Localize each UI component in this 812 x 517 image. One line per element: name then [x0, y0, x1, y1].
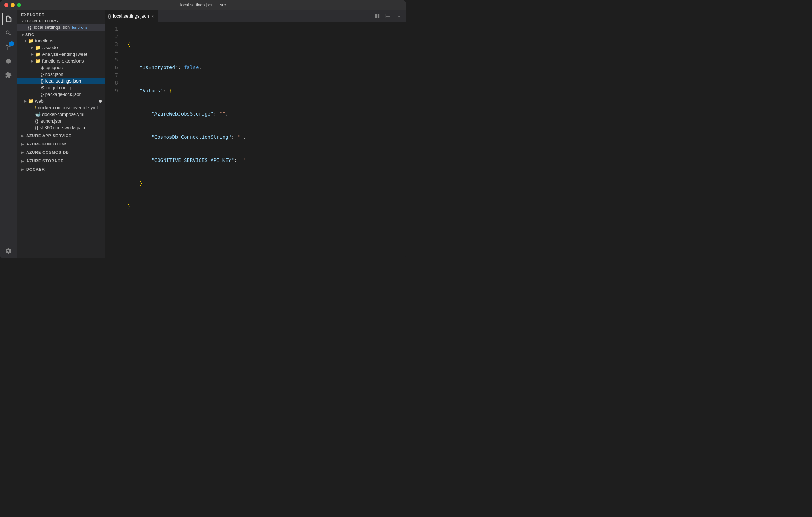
code-editor[interactable]: 1 2 3 4 5 6 7 8 9 { "IsEncrypted": false… [105, 22, 406, 258]
split-editor-button[interactable] [372, 11, 382, 21]
open-editors-label: OPEN EDITORS [25, 19, 58, 23]
explorer-title: EXPLORER [17, 10, 105, 18]
maximize-button[interactable] [17, 3, 21, 7]
open-editors-header[interactable]: ▾ OPEN EDITORS [17, 18, 105, 24]
azure-storage-arrow: ▶ [21, 159, 24, 163]
open-editors-arrow: ▾ [20, 19, 25, 23]
files-icon[interactable] [2, 13, 15, 25]
docker-compose-file[interactable]: 🐋 docker-compose.yml [17, 111, 105, 118]
titlebar: local.settings.json — src [0, 0, 406, 10]
package-lock-file[interactable]: {} package-lock.json [17, 91, 105, 98]
docker-icon: 🐋 [35, 112, 41, 117]
settings-icon[interactable] [2, 246, 15, 258]
azure-functions-header[interactable]: ▶ AZURE FUNCTIONS [17, 140, 105, 148]
host-json-file[interactable]: {} host.json [17, 71, 105, 78]
launch-json-file[interactable]: {} launch.json [17, 118, 105, 124]
file-name: .gitignore [46, 65, 64, 70]
docker-header[interactable]: ▶ DOCKER [17, 165, 105, 174]
json-file-icon: {} [35, 118, 38, 124]
json-icon: {} [28, 25, 31, 30]
nuget-config-file[interactable]: ⚙ nuget.config [17, 84, 105, 91]
workspace-file[interactable]: {} sh360.code-workspace [17, 124, 105, 131]
folder-name: functions-extensions [42, 58, 84, 64]
folder-name: web [35, 98, 44, 104]
open-editor-filename: local.settings.json [34, 25, 70, 30]
azure-functions-label: AZURE FUNCTIONS [26, 142, 68, 146]
azure-cosmos-db-label: AZURE COSMOS DB [26, 150, 69, 155]
file-name: local.settings.json [45, 78, 81, 84]
open-editors-section: ▾ OPEN EDITORS {} local.settings.json fu… [17, 18, 105, 31]
tab-json-icon: {} [108, 14, 111, 19]
editor-tabs: {} local.settings.json × ··· [105, 10, 406, 22]
azure-functions-arrow: ▶ [21, 142, 24, 146]
src-label: SRC [25, 33, 34, 37]
minimize-button[interactable] [11, 3, 15, 7]
folder-icon: 📁 [28, 38, 34, 44]
close-button[interactable] [4, 3, 8, 7]
git-icon: ◈ [41, 65, 44, 70]
tab-close-button[interactable]: × [151, 13, 154, 19]
toggle-panel-button[interactable] [383, 11, 393, 21]
source-control-badge: 9 [9, 41, 14, 46]
file-name: docker-compose.override.yml [38, 105, 98, 110]
file-name: sh360.code-workspace [40, 125, 87, 130]
editor-area: {} local.settings.json × ··· 1 2 [105, 10, 406, 258]
docker-arrow: ▶ [21, 168, 24, 171]
json-file-icon: {} [41, 78, 44, 84]
folder-name: AnalyzePendingTweet [42, 52, 87, 57]
docker-compose-override-file[interactable]: ! docker-compose.override.yml [17, 104, 105, 111]
azure-app-service-arrow: ▶ [21, 134, 24, 138]
open-editor-item-local-settings[interactable]: {} local.settings.json functions [17, 24, 105, 31]
azure-cosmos-db-header[interactable]: ▶ AZURE COSMOS DB [17, 148, 105, 157]
folder-icon: 📁 [35, 45, 41, 50]
debug-icon[interactable] [2, 55, 15, 67]
workspace-icon: {} [35, 125, 38, 130]
azure-sections: ▶ AZURE APP SERVICE ▶ AZURE FUNCTIONS ▶ … [17, 131, 105, 258]
docker-label: DOCKER [26, 167, 45, 171]
source-control-icon[interactable]: 9 [2, 41, 15, 53]
folder-icon: 📁 [28, 98, 34, 104]
file-name: docker-compose.yml [42, 112, 84, 117]
src-header[interactable]: ▾ SRC [17, 32, 105, 38]
azure-app-service-header[interactable]: ▶ AZURE APP SERVICE [17, 131, 105, 140]
code-content[interactable]: { "IsEncrypted": false, "Values": { "Azu… [122, 22, 406, 258]
window-title: local.settings.json — src [180, 2, 226, 7]
src-section: ▾ SRC ▾ 📁 functions ▶ 📁 .vscode ▶ 📁 Anal… [17, 31, 105, 131]
analyze-folder[interactable]: ▶ 📁 AnalyzePendingTweet [17, 51, 105, 58]
window-controls [4, 3, 21, 7]
warn-icon: ! [35, 105, 36, 110]
file-name: launch.json [40, 118, 63, 124]
sidebar: EXPLORER ▾ OPEN EDITORS {} local.setting… [17, 10, 105, 258]
tab-filename: local.settings.json [113, 13, 149, 19]
json-file-icon: {} [41, 92, 44, 97]
file-name: host.json [45, 72, 64, 77]
azure-storage-header[interactable]: ▶ AZURE STORAGE [17, 157, 105, 165]
line-numbers: 1 2 3 4 5 6 7 8 9 [105, 22, 122, 258]
functions-folder[interactable]: ▾ 📁 functions [17, 38, 105, 44]
file-name: package-lock.json [45, 92, 82, 97]
editor-tab-actions: ··· [372, 11, 406, 21]
editor-tab-local-settings[interactable]: {} local.settings.json × [105, 10, 158, 22]
functions-extensions-folder[interactable]: ▶ 📁 functions-extensions [17, 58, 105, 64]
azure-storage-label: AZURE STORAGE [26, 159, 64, 163]
file-name: nuget.config [46, 85, 71, 90]
local-settings-file[interactable]: {} local.settings.json [17, 78, 105, 84]
config-icon: ⚙ [41, 85, 45, 90]
azure-cosmos-db-arrow: ▶ [21, 151, 24, 155]
app-container: 9 EXPLORER ▾ OPEN EDITORS {} local.setti… [0, 10, 406, 258]
folder-name: functions [35, 38, 53, 44]
folder-icon: 📁 [35, 58, 41, 64]
gitignore-file[interactable]: ◈ .gitignore [17, 64, 105, 71]
open-editor-tag: functions [72, 25, 87, 30]
more-actions-button[interactable]: ··· [393, 11, 403, 21]
folder-icon: 📁 [35, 52, 41, 57]
search-icon[interactable] [2, 27, 15, 39]
azure-app-service-label: AZURE APP SERVICE [26, 133, 72, 138]
vscode-folder[interactable]: ▶ 📁 .vscode [17, 44, 105, 51]
modified-dot [99, 100, 102, 103]
src-arrow: ▾ [20, 33, 25, 37]
json-file-icon: {} [41, 72, 44, 77]
web-folder[interactable]: ▶ 📁 web [17, 98, 105, 104]
folder-name: .vscode [42, 45, 58, 50]
extensions-icon[interactable] [2, 69, 15, 81]
